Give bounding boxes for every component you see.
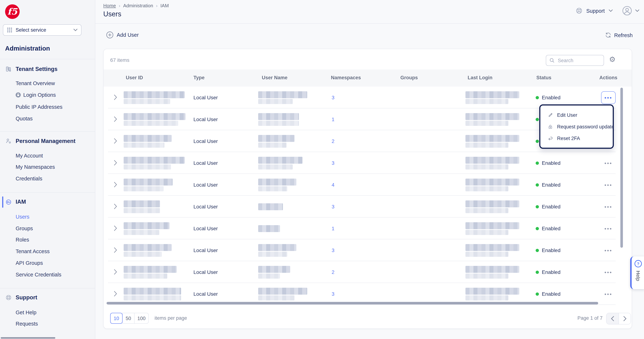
status-label: Enabled xyxy=(542,182,560,188)
page-size-50[interactable]: 50 xyxy=(122,313,134,324)
items-per-page-label: items per page xyxy=(154,315,187,321)
page-nav xyxy=(606,313,631,324)
status-label: Enabled xyxy=(542,160,560,166)
horizontal-scrollbar-thumb[interactable] xyxy=(1,337,55,339)
sidebar-item-roles[interactable]: Roles xyxy=(0,235,95,244)
col-actions: Actions xyxy=(596,75,621,80)
namespaces-count-link[interactable]: 3 xyxy=(332,204,334,210)
table-settings-gear-icon[interactable]: ⚙ xyxy=(609,56,616,63)
menu-item-reset-2fa[interactable]: Reset 2FA xyxy=(540,132,613,144)
sidebar-item-requests[interactable]: Requests xyxy=(0,319,95,328)
namespaces-count-link[interactable]: 1 xyxy=(332,116,334,122)
chevron-down-icon xyxy=(74,29,78,31)
row-expand-chevron[interactable] xyxy=(114,138,117,144)
redacted-last-login xyxy=(466,135,519,148)
sidebar-item-quotas[interactable]: Quotas xyxy=(0,114,95,123)
status-label: Enabled xyxy=(542,94,560,100)
row-expand-chevron[interactable] xyxy=(114,291,117,296)
row-expand-chevron[interactable] xyxy=(114,160,117,166)
support-menu[interactable]: Support xyxy=(586,8,605,14)
namespaces-count-link[interactable]: 3 xyxy=(332,291,334,297)
avatar[interactable] xyxy=(622,6,632,16)
section-label: Support xyxy=(16,294,37,301)
row-expand-chevron[interactable] xyxy=(114,226,117,231)
namespaces-count-link[interactable]: 3 xyxy=(332,94,334,100)
redacted-last-login xyxy=(466,266,519,278)
page-size-10[interactable]: 10 xyxy=(110,313,122,324)
reset-icon xyxy=(548,136,553,141)
service-selector[interactable]: Select service xyxy=(3,24,82,36)
menu-item-request-password-update[interactable]: Request password update xyxy=(540,121,613,132)
search-input[interactable] xyxy=(557,57,600,64)
sidebar-item-credentials[interactable]: Credentials xyxy=(0,174,95,183)
redacted-user-name xyxy=(258,91,307,104)
row-expand-chevron[interactable] xyxy=(114,269,117,274)
next-page-button[interactable] xyxy=(618,313,630,324)
user-type: Local User xyxy=(194,86,218,108)
add-user-label: Add User xyxy=(117,32,139,38)
table-row: Local User 3 Enabled ••• xyxy=(104,152,632,174)
row-expand-chevron[interactable] xyxy=(114,204,117,209)
divider xyxy=(95,23,644,24)
sidebar-section-iam[interactable]: IAM xyxy=(0,198,95,206)
row-expand-chevron[interactable] xyxy=(114,94,117,100)
row-actions-button[interactable]: ••• xyxy=(602,158,615,168)
row-expand-chevron[interactable] xyxy=(114,116,117,122)
sidebar-item-tenant-access[interactable]: Tenant Access xyxy=(0,247,95,256)
row-expand-chevron[interactable] xyxy=(114,247,117,253)
sidebar-item-users[interactable]: Users xyxy=(0,212,95,221)
row-actions-button[interactable]: ••• xyxy=(602,267,615,277)
namespaces-count-link[interactable]: 1 xyxy=(332,226,334,231)
horizontal-scrollbar-thumb[interactable] xyxy=(106,302,598,304)
redacted-user-id xyxy=(124,135,172,148)
page-title: Users xyxy=(103,10,121,18)
user-type: Local User xyxy=(194,130,218,152)
refresh-button[interactable]: Refresh xyxy=(605,32,633,38)
row-actions-button[interactable]: ••• xyxy=(602,180,615,190)
redacted-last-login xyxy=(466,156,519,169)
prev-page-button[interactable] xyxy=(606,313,618,324)
row-actions-button[interactable]: ••• xyxy=(602,224,615,233)
row-actions-button[interactable]: ••• xyxy=(602,245,615,255)
f5-logo: f5 xyxy=(5,4,20,19)
add-user-button[interactable]: Add User xyxy=(106,31,139,38)
namespaces-count-link[interactable]: 2 xyxy=(332,138,334,144)
namespaces-count-link[interactable]: 2 xyxy=(332,269,334,275)
sidebar-item-api-groups[interactable]: API Groups xyxy=(0,258,95,267)
namespaces-count-link[interactable]: 3 xyxy=(332,160,334,166)
menu-item-edit-user[interactable]: Edit User xyxy=(540,109,613,121)
page-size-100[interactable]: 100 xyxy=(134,313,149,324)
sidebar-item-groups[interactable]: Groups xyxy=(0,224,95,233)
chevron-down-icon[interactable] xyxy=(635,10,639,12)
chevron-down-icon[interactable] xyxy=(609,10,613,12)
row-actions-button[interactable]: ••• xyxy=(602,289,615,299)
sidebar-item-tenant-overview[interactable]: Tenant Overview xyxy=(0,79,95,88)
sidebar-section-tenant-settings[interactable]: Tenant Settings xyxy=(0,65,95,74)
help-tab[interactable]: ? Help xyxy=(630,256,644,289)
namespaces-count-link[interactable]: 3 xyxy=(332,247,334,253)
key-icon xyxy=(6,199,11,205)
namespaces-count-link[interactable]: 4 xyxy=(332,182,334,188)
status-label: Enabled xyxy=(542,226,560,231)
sidebar-item-get-help[interactable]: Get Help xyxy=(0,308,95,317)
menu-item-label: Request password update xyxy=(557,124,614,129)
sidebar-section-personal-management[interactable]: Personal Management xyxy=(0,137,95,146)
sidebar-item-public-ip-addresses[interactable]: Public IP Addresses xyxy=(0,102,95,111)
redacted-user-name xyxy=(258,244,296,256)
item-label: Login Options xyxy=(23,92,56,98)
row-actions-button[interactable]: ••• xyxy=(601,91,616,104)
breadcrumb-home[interactable]: Home xyxy=(103,3,116,8)
sidebar-item-login-options[interactable]: Login Options xyxy=(0,90,95,99)
divider xyxy=(0,59,95,59)
breadcrumb-iam: IAM xyxy=(160,3,169,8)
user-type: Local User xyxy=(194,239,218,261)
table-row: Local User 3 Enabled ••• xyxy=(104,239,632,261)
sidebar-item-service-credentials[interactable]: Service Credentials xyxy=(0,270,95,279)
sidebar-item-my-account[interactable]: My Account xyxy=(0,151,95,160)
vertical-scrollbar-thumb[interactable] xyxy=(620,88,623,248)
items-count: 67 items xyxy=(110,57,130,63)
sidebar-section-support[interactable]: Support xyxy=(0,293,95,302)
row-actions-button[interactable]: ••• xyxy=(602,202,615,212)
sidebar-item-my-namespaces[interactable]: My Namespaces xyxy=(0,162,95,171)
row-expand-chevron[interactable] xyxy=(114,182,117,187)
